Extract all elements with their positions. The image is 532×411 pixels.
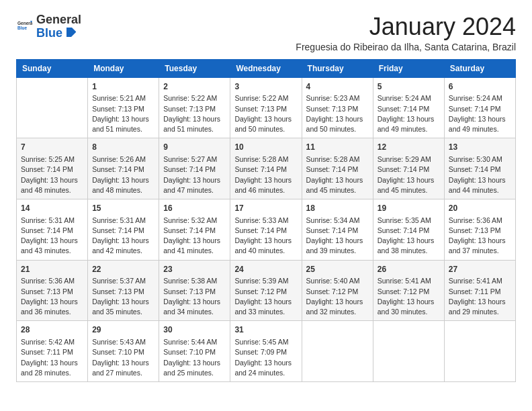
day-info: Sunrise: 5:22 AM Sunset: 7:13 PM Dayligh… [234, 93, 297, 134]
calendar-cell: 21Sunrise: 5:36 AM Sunset: 7:13 PM Dayli… [17, 260, 88, 321]
calendar-cell: 19Sunrise: 5:35 AM Sunset: 7:14 PM Dayli… [373, 199, 444, 260]
calendar-cell: 10Sunrise: 5:28 AM Sunset: 7:14 PM Dayli… [230, 138, 302, 199]
calendar-cell: 29Sunrise: 5:43 AM Sunset: 7:10 PM Dayli… [88, 321, 159, 382]
day-info: Sunrise: 5:24 AM Sunset: 7:14 PM Dayligh… [378, 93, 440, 134]
header-row: SundayMondayTuesdayWednesdayThursdayFrid… [17, 59, 516, 77]
month-title: January 2024 [296, 13, 516, 40]
calendar-cell: 16Sunrise: 5:32 AM Sunset: 7:14 PM Dayli… [159, 199, 230, 260]
calendar-cell: 12Sunrise: 5:29 AM Sunset: 7:14 PM Dayli… [373, 138, 444, 199]
calendar-cell: 15Sunrise: 5:31 AM Sunset: 7:14 PM Dayli… [88, 199, 159, 260]
calendar-cell: 11Sunrise: 5:28 AM Sunset: 7:14 PM Dayli… [302, 138, 373, 199]
calendar-table: SundayMondayTuesdayWednesdayThursdayFrid… [16, 59, 516, 382]
day-info: Sunrise: 5:34 AM Sunset: 7:14 PM Dayligh… [306, 216, 369, 257]
day-info: Sunrise: 5:29 AM Sunset: 7:14 PM Dayligh… [378, 154, 440, 195]
day-info: Sunrise: 5:40 AM Sunset: 7:12 PM Dayligh… [306, 276, 369, 317]
calendar-cell [373, 321, 444, 382]
column-header-wednesday: Wednesday [230, 59, 302, 77]
week-row-4: 21Sunrise: 5:36 AM Sunset: 7:13 PM Dayli… [17, 260, 516, 321]
day-number: 17 [234, 203, 297, 214]
svg-text:Blue: Blue [17, 26, 27, 30]
column-header-monday: Monday [88, 59, 159, 77]
calendar-cell: 13Sunrise: 5:30 AM Sunset: 7:14 PM Dayli… [444, 138, 515, 199]
day-info: Sunrise: 5:37 AM Sunset: 7:13 PM Dayligh… [92, 276, 154, 317]
day-info: Sunrise: 5:42 AM Sunset: 7:11 PM Dayligh… [21, 337, 83, 378]
day-info: Sunrise: 5:25 AM Sunset: 7:14 PM Dayligh… [21, 154, 83, 195]
day-info: Sunrise: 5:22 AM Sunset: 7:13 PM Dayligh… [163, 93, 226, 134]
day-info: Sunrise: 5:28 AM Sunset: 7:14 PM Dayligh… [306, 154, 369, 195]
day-info: Sunrise: 5:43 AM Sunset: 7:10 PM Dayligh… [92, 337, 154, 378]
day-number: 16 [163, 203, 226, 214]
logo: General Blue General Blue [16, 13, 81, 40]
logo-blue-text: Blue [36, 26, 62, 40]
calendar-cell: 7Sunrise: 5:25 AM Sunset: 7:14 PM Daylig… [17, 138, 88, 199]
column-header-tuesday: Tuesday [159, 59, 230, 77]
logo-general-text: General [36, 13, 81, 26]
day-number: 19 [378, 203, 440, 214]
day-info: Sunrise: 5:36 AM Sunset: 7:13 PM Dayligh… [449, 216, 511, 257]
week-row-1: 1Sunrise: 5:21 AM Sunset: 7:13 PM Daylig… [17, 77, 516, 138]
page-header: General Blue General Blue January 2024 F… [16, 13, 516, 52]
day-info: Sunrise: 5:23 AM Sunset: 7:13 PM Dayligh… [306, 93, 369, 134]
day-info: Sunrise: 5:30 AM Sunset: 7:14 PM Dayligh… [449, 154, 511, 195]
week-row-5: 28Sunrise: 5:42 AM Sunset: 7:11 PM Dayli… [17, 321, 516, 382]
day-number: 28 [21, 324, 83, 336]
day-number: 23 [163, 264, 226, 275]
day-number: 3 [234, 81, 297, 93]
day-number: 5 [378, 81, 440, 93]
calendar-cell: 18Sunrise: 5:34 AM Sunset: 7:14 PM Dayli… [302, 199, 373, 260]
column-header-thursday: Thursday [302, 59, 373, 77]
calendar-cell [17, 77, 88, 138]
calendar-cell: 8Sunrise: 5:26 AM Sunset: 7:14 PM Daylig… [88, 138, 159, 199]
week-row-3: 14Sunrise: 5:31 AM Sunset: 7:14 PM Dayli… [17, 199, 516, 260]
column-header-sunday: Sunday [17, 59, 88, 77]
day-number: 22 [92, 264, 154, 275]
calendar-cell: 3Sunrise: 5:22 AM Sunset: 7:13 PM Daylig… [230, 77, 302, 138]
column-header-friday: Friday [373, 59, 444, 77]
calendar-cell: 20Sunrise: 5:36 AM Sunset: 7:13 PM Dayli… [444, 199, 515, 260]
calendar-cell: 26Sunrise: 5:41 AM Sunset: 7:12 PM Dayli… [373, 260, 444, 321]
calendar-cell: 17Sunrise: 5:33 AM Sunset: 7:14 PM Dayli… [230, 199, 302, 260]
day-number: 8 [92, 142, 154, 153]
calendar-cell: 23Sunrise: 5:38 AM Sunset: 7:13 PM Dayli… [159, 260, 230, 321]
day-number: 9 [163, 142, 226, 153]
day-number: 26 [378, 264, 440, 275]
day-number: 21 [21, 264, 83, 275]
week-row-2: 7Sunrise: 5:25 AM Sunset: 7:14 PM Daylig… [17, 138, 516, 199]
day-number: 30 [163, 324, 226, 336]
calendar-cell: 25Sunrise: 5:40 AM Sunset: 7:12 PM Dayli… [302, 260, 373, 321]
day-info: Sunrise: 5:31 AM Sunset: 7:14 PM Dayligh… [21, 216, 83, 257]
calendar-cell [444, 321, 515, 382]
day-info: Sunrise: 5:45 AM Sunset: 7:09 PM Dayligh… [234, 337, 297, 378]
day-info: Sunrise: 5:32 AM Sunset: 7:14 PM Dayligh… [163, 216, 226, 257]
day-info: Sunrise: 5:38 AM Sunset: 7:13 PM Dayligh… [163, 276, 226, 317]
day-info: Sunrise: 5:41 AM Sunset: 7:12 PM Dayligh… [378, 276, 440, 317]
day-info: Sunrise: 5:44 AM Sunset: 7:10 PM Dayligh… [163, 337, 226, 378]
day-info: Sunrise: 5:28 AM Sunset: 7:14 PM Dayligh… [234, 154, 297, 195]
subtitle: Freguesia do Ribeirao da Ilha, Santa Cat… [296, 42, 516, 52]
day-info: Sunrise: 5:41 AM Sunset: 7:11 PM Dayligh… [449, 276, 511, 317]
calendar-cell: 6Sunrise: 5:24 AM Sunset: 7:14 PM Daylig… [444, 77, 515, 138]
title-block: January 2024 Freguesia do Ribeirao da Il… [296, 13, 516, 52]
day-number: 2 [163, 81, 226, 93]
calendar-cell: 1Sunrise: 5:21 AM Sunset: 7:13 PM Daylig… [88, 77, 159, 138]
day-number: 10 [234, 142, 297, 153]
day-number: 1 [92, 81, 154, 93]
day-number: 4 [306, 81, 369, 93]
day-info: Sunrise: 5:27 AM Sunset: 7:14 PM Dayligh… [163, 154, 226, 195]
calendar-cell: 4Sunrise: 5:23 AM Sunset: 7:13 PM Daylig… [302, 77, 373, 138]
day-number: 7 [21, 142, 83, 153]
calendar-cell: 5Sunrise: 5:24 AM Sunset: 7:14 PM Daylig… [373, 77, 444, 138]
logo-icon: General Blue [17, 18, 32, 33]
calendar-cell [302, 321, 373, 382]
calendar-cell: 14Sunrise: 5:31 AM Sunset: 7:14 PM Dayli… [17, 199, 88, 260]
calendar-cell: 27Sunrise: 5:41 AM Sunset: 7:11 PM Dayli… [444, 260, 515, 321]
day-number: 12 [378, 142, 440, 153]
calendar-cell: 22Sunrise: 5:37 AM Sunset: 7:13 PM Dayli… [88, 260, 159, 321]
day-info: Sunrise: 5:39 AM Sunset: 7:12 PM Dayligh… [234, 276, 297, 317]
calendar-cell: 31Sunrise: 5:45 AM Sunset: 7:09 PM Dayli… [230, 321, 302, 382]
day-number: 20 [449, 203, 511, 214]
day-number: 27 [449, 264, 511, 275]
calendar-cell: 9Sunrise: 5:27 AM Sunset: 7:14 PM Daylig… [159, 138, 230, 199]
day-info: Sunrise: 5:21 AM Sunset: 7:13 PM Dayligh… [92, 93, 154, 134]
column-header-saturday: Saturday [444, 59, 515, 77]
